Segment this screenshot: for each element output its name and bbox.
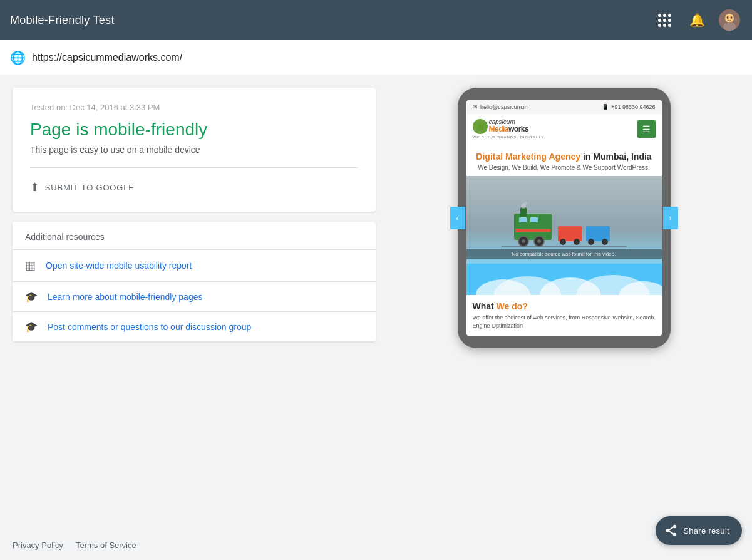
resource-item-usability[interactable]: ▦ Open site-wide mobile usability report (13, 249, 376, 281)
phone-logo-tagline: WE BUILD BRANDS. DIGITALLY. (473, 135, 546, 139)
monitor-icon: ▦ (25, 259, 36, 272)
svg-rect-16 (558, 226, 582, 241)
resource-item-comments[interactable]: 🎓 Post comments or questions to our disc… (13, 311, 376, 341)
tested-on-label: Tested on: Dec 14, 2016 at 3:33 PM (30, 103, 358, 112)
upload-icon: ⬆ (30, 180, 40, 194)
bell-icon: 🔔 (689, 13, 705, 28)
share-icon (664, 524, 678, 537)
resources-title: Additional resources (13, 222, 376, 249)
svg-point-8 (523, 202, 527, 205)
notifications-button[interactable]: 🔔 (684, 8, 709, 33)
video-no-source-text: No compatible source was found for this … (466, 249, 662, 259)
phone-navigation: 🌿 capsicum Mediaworks WE BUILD BRANDS. D… (466, 114, 662, 144)
svg-point-4 (731, 16, 733, 19)
svg-point-3 (727, 16, 729, 19)
url-bar: 🌐 https://capsicummediaworks.com/ (0, 40, 752, 75)
svg-point-29 (666, 529, 670, 532)
share-result-button[interactable]: Share result (656, 516, 742, 545)
phone-screen: ✉ hello@capsicum.in 📱 +91 98330 94626 🌿 (466, 100, 662, 336)
main-content: Tested on: Dec 14, 2016 at 3:33 PM Page … (0, 75, 752, 530)
avatar (719, 9, 740, 31)
svg-point-18 (574, 239, 580, 245)
phone-right-arrow[interactable]: › (663, 207, 678, 229)
result-card: Tested on: Dec 14, 2016 at 3:33 PM Page … (13, 88, 376, 212)
terms-of-service-link[interactable]: Terms of Service (76, 541, 136, 550)
graduate-icon: 🎓 (25, 291, 38, 303)
svg-rect-15 (515, 229, 550, 232)
phone-menu-button[interactable]: ☰ (637, 120, 656, 138)
share-result-label: Share result (683, 526, 729, 536)
resource-item-learn[interactable]: 🎓 Learn more about mobile-friendly pages (13, 281, 376, 311)
url-display: https://capsicummediaworks.com/ (32, 52, 182, 63)
resources-section: Additional resources ▦ Open site-wide mo… (13, 222, 376, 341)
graduation-icon: 🎓 (25, 321, 38, 333)
privacy-policy-link[interactable]: Privacy Policy (13, 541, 63, 550)
phone-blue-section (466, 264, 662, 295)
svg-point-30 (673, 533, 677, 537)
phone-what-section: What We do? We offer the choicest of web… (466, 295, 662, 336)
left-panel: Tested on: Dec 14, 2016 at 3:33 PM Page … (13, 88, 376, 517)
svg-point-28 (673, 525, 677, 529)
footer: Privacy Policy Terms of Service (0, 530, 752, 560)
machine-illustration (502, 201, 627, 251)
phone-what-text: We offer the choicest of web services, f… (473, 314, 656, 329)
svg-point-14 (537, 239, 541, 243)
submit-label: SUBMIT TO GOOGLE (45, 183, 135, 192)
globe-icon: 🌐 (10, 50, 26, 65)
app-title: Mobile-Friendly Test (10, 14, 115, 27)
discussion-link[interactable]: Post comments or questions to our discus… (48, 322, 251, 332)
svg-rect-6 (520, 207, 527, 217)
phone-hero-subtitle: We Design, We Build, We Promote & We Sup… (473, 164, 656, 171)
right-panel: ‹ › ✉ hello@capsicum.in 📱 +91 98330 9462… (388, 88, 739, 517)
phone-what-title: What We do? (473, 301, 656, 311)
result-description: This page is easy to use on a mobile dev… (30, 145, 358, 155)
svg-point-17 (560, 239, 566, 245)
cloud-illustration (466, 264, 662, 295)
svg-rect-10 (530, 217, 538, 222)
learn-more-link[interactable]: Learn more about mobile-friendly pages (48, 292, 202, 302)
phone-hero: Digital Marketing Agency in Mumbai, Indi… (466, 144, 662, 176)
phone-top-bar: ✉ hello@capsicum.in 📱 +91 98330 94626 (466, 100, 662, 114)
phone-mockup: ‹ › ✉ hello@capsicum.in 📱 +91 98330 9462… (458, 88, 671, 348)
usability-report-link[interactable]: Open site-wide mobile usability report (46, 261, 192, 271)
svg-line-32 (669, 527, 673, 530)
phone-number: 📱 +91 98330 94626 (602, 104, 656, 110)
phone-email: ✉ hello@capsicum.in (473, 104, 528, 110)
svg-rect-19 (586, 226, 610, 241)
phone-video-area: No compatible source was found for this … (466, 176, 662, 264)
svg-point-21 (602, 239, 608, 245)
svg-rect-9 (519, 217, 527, 222)
header: Mobile-Friendly Test 🔔 (0, 0, 752, 40)
svg-point-20 (588, 239, 594, 245)
account-button[interactable] (717, 8, 742, 33)
svg-point-13 (522, 239, 525, 243)
grid-icon (658, 14, 671, 27)
phone-left-arrow[interactable]: ‹ (450, 207, 465, 229)
divider (30, 167, 358, 168)
svg-line-31 (669, 531, 673, 534)
result-title: Page is mobile-friendly (30, 120, 358, 140)
header-actions: 🔔 (652, 8, 742, 33)
phone-hero-title: Digital Marketing Agency in Mumbai, Indi… (473, 152, 656, 162)
submit-to-google-button[interactable]: ⬆ SUBMIT TO GOOGLE (30, 178, 135, 197)
apps-button[interactable] (652, 8, 677, 33)
phone-logo: 🌿 capsicum Mediaworks WE BUILD BRANDS. D… (473, 119, 546, 139)
